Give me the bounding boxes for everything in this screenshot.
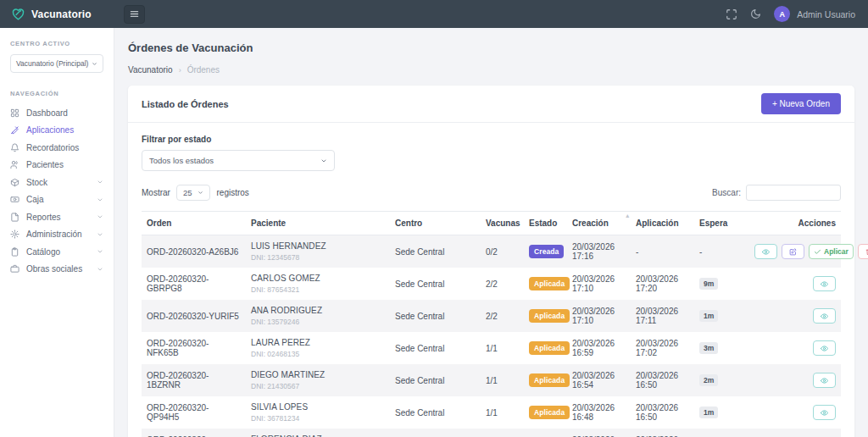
applied-at-cell: 20/03/2026 16:50 — [631, 364, 694, 396]
search-input[interactable] — [746, 185, 841, 201]
actions-cell — [745, 332, 841, 364]
patient-dni: DNI: 02468135 — [251, 350, 385, 358]
sidebar-item-label: Dashboard — [26, 108, 68, 118]
chevron-down-icon — [97, 213, 103, 220]
navigation-label: NAVEGACIÓN — [10, 90, 103, 97]
patient-name: CARLOS GOMEZ — [251, 274, 385, 283]
sidebar-item-pacientes[interactable]: Pacientes — [10, 157, 103, 174]
view-order-button[interactable] — [813, 405, 836, 420]
patient-dni: DNI: 13579246 — [251, 318, 385, 326]
app-logo[interactable]: Vacunatorio — [0, 7, 114, 21]
brand-name: Vacunatorio — [31, 8, 92, 20]
show-entries-prefix: Mostrar — [142, 188, 170, 197]
status-cell: Aplicada — [524, 268, 567, 300]
sidebar-item-stock[interactable]: Stock — [10, 174, 103, 191]
order-row: ORD-20260320-YURIF5ANA RODRIGUEZDNI: 135… — [142, 300, 841, 332]
sort-ascending-icon: ▴ — [626, 213, 629, 219]
sidebar-item-label: Recordatorios — [26, 143, 79, 152]
eye-icon — [821, 280, 828, 288]
wait-time-badge: 2m — [699, 374, 718, 386]
view-order-button[interactable] — [813, 276, 836, 291]
actions-cell — [745, 429, 841, 437]
status-cell: Creada — [524, 235, 567, 268]
apply-order-button[interactable]: Aplicar — [809, 244, 854, 259]
user-name[interactable]: Admin Usuario — [797, 9, 855, 19]
sidebar-item-label: Reportes — [26, 213, 61, 222]
status-badge: Aplicada — [529, 406, 570, 419]
view-order-button[interactable] — [813, 373, 836, 388]
main-content: Órdenes de Vacunación Vacunatorio › Órde… — [114, 28, 868, 437]
column-header-vacunas[interactable]: Vacunas — [481, 212, 524, 235]
sidebar-item-dashboard[interactable]: Dashboard — [10, 104, 103, 122]
new-order-button[interactable]: + Nueva Orden — [761, 93, 841, 114]
created-at-cell: 20/03/2026 17:10 — [567, 300, 631, 332]
status-badge: Aplicada — [529, 373, 570, 387]
syringe-icon — [10, 125, 19, 135]
dark-mode-moon-icon[interactable] — [750, 8, 761, 19]
column-header-espera[interactable]: Espera — [694, 212, 745, 235]
breadcrumb-current: Órdenes — [187, 65, 220, 75]
breadcrumb-separator: › — [179, 66, 181, 75]
sidebar-item-caja[interactable]: Caja — [10, 191, 103, 209]
center-select[interactable]: Vacunatorio (Principal) — [10, 54, 103, 73]
topbar-right: A Admin Usuario — [726, 6, 868, 22]
order-row: ORD-20260320-A26BJ6LUIS HERNANDEZDNI: 12… — [142, 235, 841, 268]
order-id: ORD-20260320-NFK65B — [147, 339, 209, 357]
sidebar-item-catalogo[interactable]: Catálogo — [10, 243, 103, 261]
view-order-button[interactable] — [813, 340, 836, 356]
chevron-down-icon — [198, 190, 203, 196]
order-id-cell: ORD-20260320-1BZRNR — [142, 364, 246, 396]
sidebar-item-administracion[interactable]: Administración — [10, 226, 103, 244]
sidebar-item-obras-sociales[interactable]: Obras sociales — [10, 261, 103, 279]
sidebar-nav: DashboardAplicacionesRecordatoriosPacien… — [10, 104, 103, 278]
sidebar-toggle-button[interactable] — [124, 5, 145, 24]
heart-syringe-logo-icon — [11, 7, 25, 21]
order-row: ORD-20260320-QP94H5SILVIA LOPESDNI: 3678… — [142, 396, 841, 429]
view-order-button[interactable] — [813, 308, 836, 324]
patient-dni: DNI: 21430567 — [251, 382, 385, 390]
patient-cell: CARLOS GOMEZDNI: 87654321 — [246, 268, 390, 300]
delete-order-button[interactable] — [858, 244, 868, 259]
sidebar-item-aplicaciones[interactable]: Aplicaciones — [10, 122, 103, 140]
chevron-down-icon — [97, 196, 103, 203]
column-header-orden[interactable]: Orden — [142, 212, 246, 235]
active-center-label: CENTRO ACTIVO — [10, 40, 103, 47]
chevron-down-icon — [320, 158, 327, 164]
vaccines-count-cell: 2/2 — [481, 300, 524, 332]
wait-time-cell: 1m — [694, 396, 745, 429]
status-filter-select[interactable]: Todos los estados — [142, 150, 335, 171]
actions-cell — [745, 396, 841, 429]
column-header-estado[interactable]: Estado — [524, 212, 567, 235]
column-header-creacion[interactable]: Creación▴ — [567, 212, 631, 235]
card-header: Listado de Órdenes + Nueva Orden — [128, 86, 854, 123]
status-cell: Aplicada — [524, 332, 567, 364]
column-header-centro[interactable]: Centro — [390, 212, 481, 235]
actions-cell — [745, 300, 841, 332]
apply-button-label: Aplicar — [824, 247, 849, 256]
order-id: ORD-20260320-A26BJ6 — [147, 247, 238, 257]
status-cell: Aplicada — [524, 300, 567, 332]
eye-icon — [821, 409, 828, 417]
view-order-button[interactable] — [754, 244, 777, 259]
fullscreen-icon[interactable] — [726, 8, 737, 20]
orders-table: OrdenPacienteCentroVacunasEstadoCreación… — [142, 211, 841, 437]
chevron-down-icon — [97, 231, 103, 238]
patient-name: ANA RODRIGUEZ — [251, 306, 385, 315]
sidebar-item-recordatorios[interactable]: Recordatorios — [10, 139, 103, 157]
sidebar-item-reportes[interactable]: Reportes — [10, 208, 103, 226]
card-title: Listado de Órdenes — [142, 99, 229, 109]
wait-time-cell: 1m — [694, 300, 745, 332]
patient-cell: SILVIA LOPESDNI: 36781234 — [246, 396, 390, 429]
page-size-select[interactable]: 25 — [176, 185, 211, 201]
column-header-acciones[interactable]: Acciones — [745, 212, 841, 235]
column-header-paciente[interactable]: Paciente — [246, 212, 390, 235]
breadcrumb-root-link[interactable]: Vacunatorio — [128, 65, 173, 75]
patient-name: LAURA PEREZ — [251, 338, 385, 347]
column-header-aplicacion[interactable]: Aplicación — [631, 212, 694, 235]
patient-dni: DNI: 12345678 — [251, 253, 385, 262]
patient-name: LUIS HERNANDEZ — [251, 241, 385, 251]
dashboard-icon — [10, 108, 19, 118]
applied-at-cell: 20/03/2026 16:47 — [631, 429, 694, 437]
user-avatar[interactable]: A — [774, 6, 790, 22]
edit-order-button[interactable] — [782, 244, 804, 259]
